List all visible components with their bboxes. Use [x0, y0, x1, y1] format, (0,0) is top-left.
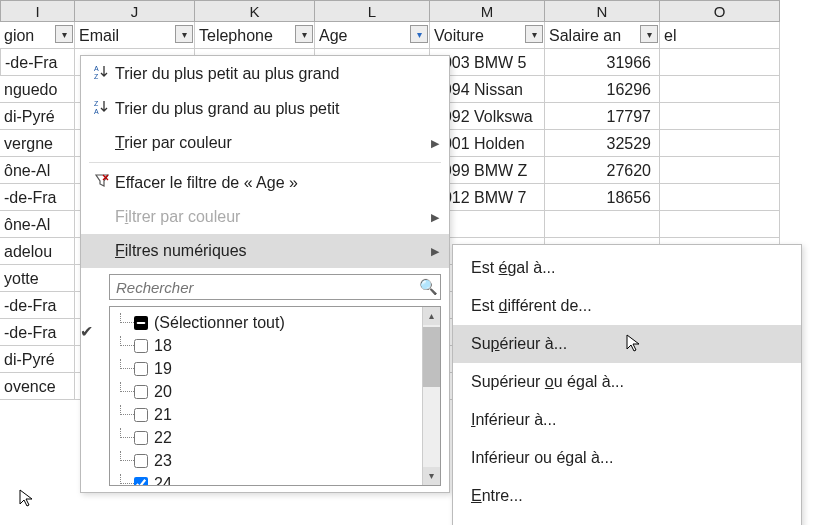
- header-email[interactable]: Email▾: [75, 22, 195, 49]
- filter-between[interactable]: Entre...: [453, 477, 801, 515]
- table-cell[interactable]: adelou: [0, 238, 75, 265]
- filter-value-label: 19: [154, 360, 172, 378]
- filter-top10[interactable]: 10 premiers: [453, 515, 801, 525]
- table-cell[interactable]: -de-Fra: [0, 292, 75, 319]
- filter-value-checkbox[interactable]: [134, 362, 148, 376]
- filter-value-checkbox[interactable]: [134, 477, 148, 486]
- number-filters[interactable]: Filtres numériques ▶: [81, 234, 449, 268]
- filter-less-equal[interactable]: Inférieur ou égal à...: [453, 439, 801, 477]
- filter-value-checkbox[interactable]: [134, 316, 148, 330]
- table-cell[interactable]: 18656: [545, 184, 660, 211]
- filter-greater-equal[interactable]: Supérieur ou égal à...: [453, 363, 801, 401]
- filter-value-checkbox[interactable]: [134, 454, 148, 468]
- table-cell[interactable]: yotte: [0, 265, 75, 292]
- sort-color-label: Trier par couleur: [115, 134, 232, 152]
- scroll-thumb[interactable]: [423, 327, 440, 387]
- table-cell[interactable]: di-Pyré: [0, 103, 75, 130]
- table-cell[interactable]: 16296: [545, 76, 660, 103]
- filter-not-equal[interactable]: Est différent de...: [453, 287, 801, 325]
- table-cell[interactable]: di-Pyré: [0, 346, 75, 373]
- filter-value-item[interactable]: 19: [114, 357, 436, 380]
- sort-asc-icon: AZ: [89, 64, 115, 83]
- col-letter-j[interactable]: J: [75, 0, 195, 22]
- filter-value-label: 24: [154, 475, 172, 486]
- table-cell[interactable]: [660, 49, 780, 76]
- filter-greater-than[interactable]: Supérieur à...: [453, 325, 801, 363]
- filter-value-item[interactable]: 21: [114, 403, 436, 426]
- filter-value-label: 18: [154, 337, 172, 355]
- filter-equal[interactable]: Est égal à...: [453, 249, 801, 287]
- svg-text:A: A: [94, 65, 99, 72]
- table-cell[interactable]: [660, 184, 780, 211]
- filter-value-checkbox[interactable]: [134, 339, 148, 353]
- clear-filter[interactable]: Effacer le filtre de « Age »: [81, 165, 449, 200]
- svg-text:Z: Z: [94, 100, 99, 107]
- col-letter-l[interactable]: L: [315, 0, 430, 22]
- filter-menu: AZ Trier du plus petit au plus grand ZA …: [80, 55, 450, 493]
- table-cell[interactable]: [660, 103, 780, 130]
- filter-dropdown-icon[interactable]: ▾: [525, 25, 543, 43]
- clear-filter-icon: [89, 173, 115, 192]
- filter-value-label: 22: [154, 429, 172, 447]
- filter-value-item[interactable]: 23: [114, 449, 436, 472]
- filter-dropdown-icon[interactable]: ▾: [55, 25, 73, 43]
- table-cell[interactable]: 17797: [545, 103, 660, 130]
- filter-search-box[interactable]: 🔍: [109, 274, 441, 300]
- filter-value-item[interactable]: 22: [114, 426, 436, 449]
- table-cell[interactable]: -de-Fra: [0, 49, 75, 76]
- header-telephone[interactable]: Telephone▾: [195, 22, 315, 49]
- table-cell[interactable]: 27620: [545, 157, 660, 184]
- sort-desc-label: Trier du plus grand au plus petit: [115, 100, 339, 118]
- table-cell[interactable]: -de-Fra: [0, 184, 75, 211]
- col-letter-i[interactable]: I: [0, 0, 75, 22]
- table-cell[interactable]: [545, 211, 660, 238]
- filter-value-checkbox[interactable]: [134, 385, 148, 399]
- svg-text:A: A: [94, 108, 99, 115]
- filter-dropdown-icon[interactable]: ▾: [640, 25, 658, 43]
- table-cell[interactable]: [660, 76, 780, 103]
- table-cell[interactable]: [660, 130, 780, 157]
- filter-value-item[interactable]: 20: [114, 380, 436, 403]
- svg-text:Z: Z: [94, 73, 99, 80]
- table-cell[interactable]: [660, 211, 780, 238]
- header-age[interactable]: Age▾: [315, 22, 430, 49]
- filter-value-item[interactable]: 24: [114, 472, 436, 485]
- col-letter-k[interactable]: K: [195, 0, 315, 22]
- table-cell[interactable]: nguedo: [0, 76, 75, 103]
- filter-less-than[interactable]: Inférieur à...: [453, 401, 801, 439]
- filter-value-label: 20: [154, 383, 172, 401]
- header-salaire[interactable]: Salaire an▾: [545, 22, 660, 49]
- scroll-down-button[interactable]: ▾: [423, 467, 440, 485]
- table-cell[interactable]: -de-Fra: [0, 319, 75, 346]
- table-cell[interactable]: ône-Al: [0, 157, 75, 184]
- sort-asc[interactable]: AZ Trier du plus petit au plus grand: [81, 56, 449, 91]
- table-cell[interactable]: vergne: [0, 130, 75, 157]
- col-letter-o[interactable]: O: [660, 0, 780, 22]
- filter-value-item[interactable]: 18: [114, 334, 436, 357]
- filter-by-color: Filtrer par couleur ▶: [81, 200, 449, 234]
- sort-by-color[interactable]: Trier par couleur ▶: [81, 126, 449, 160]
- col-letter-n[interactable]: N: [545, 0, 660, 22]
- search-icon: 🔍: [416, 278, 440, 296]
- sort-desc[interactable]: ZA Trier du plus grand au plus petit: [81, 91, 449, 126]
- scrollbar[interactable]: ▴ ▾: [422, 307, 440, 485]
- filter-value-checkbox[interactable]: [134, 408, 148, 422]
- scroll-up-button[interactable]: ▴: [423, 307, 440, 325]
- filter-dropdown-icon[interactable]: ▾: [295, 25, 313, 43]
- table-cell[interactable]: 31966: [545, 49, 660, 76]
- filter-value-label: (Sélectionner tout): [154, 314, 285, 332]
- number-filters-submenu: Est égal à... Est différent de... Supéri…: [452, 244, 802, 525]
- chevron-right-icon: ▶: [431, 245, 439, 258]
- table-cell[interactable]: ône-Al: [0, 211, 75, 238]
- table-cell[interactable]: 32529: [545, 130, 660, 157]
- filter-value-checkbox[interactable]: [134, 431, 148, 445]
- header-region[interactable]: gion▾: [0, 22, 75, 49]
- filter-active-icon[interactable]: ▾: [410, 25, 428, 43]
- table-cell[interactable]: ovence: [0, 373, 75, 400]
- filter-value-item[interactable]: (Sélectionner tout): [114, 311, 436, 334]
- table-cell[interactable]: [660, 157, 780, 184]
- header-voiture[interactable]: Voiture▾: [430, 22, 545, 49]
- search-input[interactable]: [110, 279, 416, 296]
- filter-dropdown-icon[interactable]: ▾: [175, 25, 193, 43]
- col-letter-m[interactable]: M: [430, 0, 545, 22]
